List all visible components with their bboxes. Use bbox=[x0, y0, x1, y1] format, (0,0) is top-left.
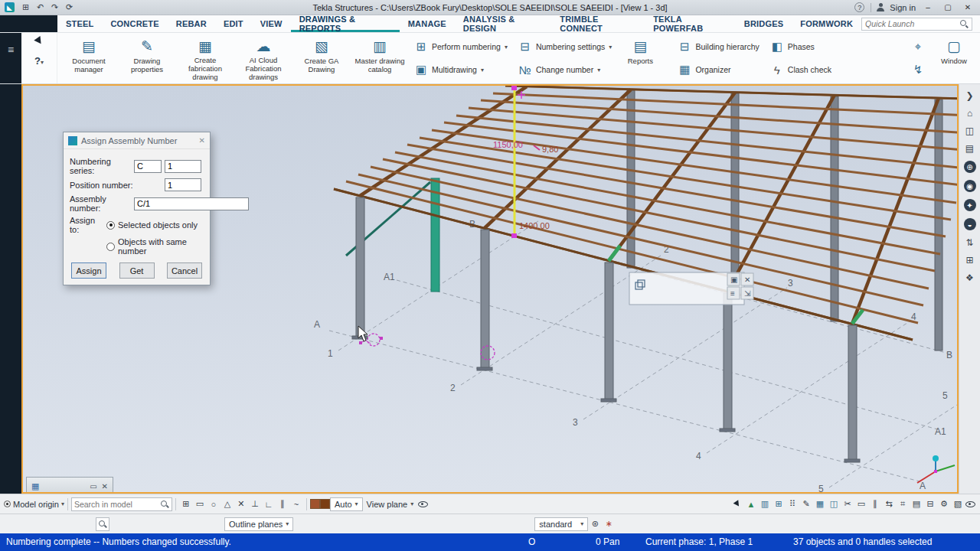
drawing-properties-button[interactable]: ✎ Drawing properties bbox=[119, 34, 175, 82]
dialog-title-bar[interactable]: Assign Assembly Number ✕ bbox=[64, 132, 210, 149]
snap-center-icon[interactable]: ○ bbox=[207, 497, 220, 511]
feedback-icon[interactable]: ◒ bbox=[964, 218, 976, 230]
reports-button[interactable]: ▤ Reports bbox=[618, 34, 662, 82]
snap-free-icon[interactable]: ~ bbox=[289, 497, 303, 511]
numbering-settings-button[interactable]: ⊟ Numbering settings ▾ bbox=[518, 37, 612, 57]
chevron-down-icon[interactable]: ▾ bbox=[481, 67, 484, 73]
pan-indicator[interactable]: 0 Pan bbox=[596, 536, 619, 547]
master-drawing-catalog-button[interactable]: ▥ Master drawing catalog bbox=[351, 34, 408, 82]
organizer-button[interactable]: ▦ Organizer bbox=[678, 60, 759, 80]
tab-rebar[interactable]: REBAR bbox=[168, 15, 215, 32]
tab-steel[interactable]: STEEL bbox=[57, 15, 102, 32]
sign-in-link[interactable]: Sign in bbox=[890, 3, 916, 12]
components-icon[interactable]: ◫ bbox=[965, 126, 974, 136]
select-loads-icon[interactable]: ▧ bbox=[951, 497, 965, 511]
minimize-button[interactable]: – bbox=[920, 2, 936, 13]
warehouse-icon[interactable]: ✦ bbox=[964, 199, 976, 211]
layout-icon[interactable]: ⊞ bbox=[965, 255, 973, 266]
select-components-icon[interactable]: ▥ bbox=[758, 497, 772, 511]
assign-button[interactable]: Assign bbox=[71, 262, 106, 279]
model-origin-dropdown[interactable]: Model origin ▾ bbox=[4, 500, 64, 509]
outline-planes-dropdown[interactable]: Outline planes ▾ bbox=[224, 517, 293, 531]
tekla-online-icon[interactable]: ◉ bbox=[964, 180, 976, 192]
chevron-down-icon[interactable]: ▾ bbox=[61, 500, 64, 507]
snap-perpendicular-icon[interactable]: ⊥ bbox=[248, 497, 262, 511]
context-help-button[interactable]: ?▾ bbox=[34, 54, 44, 67]
settings-profile-select[interactable]: standard ▾ bbox=[534, 517, 588, 531]
maximize-button[interactable]: ▢ bbox=[940, 2, 956, 13]
close-icon[interactable]: ✕ bbox=[199, 136, 205, 145]
quick-launch-input[interactable] bbox=[865, 19, 959, 28]
catalog-icon[interactable]: ▤ bbox=[965, 143, 974, 154]
model-search-input[interactable] bbox=[74, 500, 158, 509]
select-planes-icon[interactable]: ⊟ bbox=[923, 497, 937, 511]
phases-button[interactable]: ◧ Phases bbox=[770, 37, 831, 57]
same-number-radio[interactable] bbox=[106, 243, 115, 251]
position-number-field[interactable] bbox=[165, 178, 201, 191]
menu-icon[interactable]: ≡ bbox=[8, 44, 14, 83]
tab-bridges[interactable]: BRIDGES bbox=[736, 15, 792, 32]
select-reinforcement-icon[interactable]: ⇆ bbox=[882, 497, 896, 511]
snap-mode-select[interactable]: Auto ▾ bbox=[330, 497, 363, 511]
select-all-objects-icon[interactable]: ⠿ bbox=[786, 497, 799, 511]
context-toolbar[interactable]: ▣ ✕ ≡ ⇲ bbox=[629, 272, 753, 305]
create-ga-drawing-button[interactable]: ▧ Create GA Drawing bbox=[293, 34, 350, 82]
view-plane-dropdown[interactable]: View plane ▾ bbox=[363, 500, 418, 509]
create-fabrication-drawing-button[interactable]: ▦ Create fabrication drawing bbox=[177, 34, 234, 82]
select-cursor-icon[interactable] bbox=[34, 36, 44, 46]
snap-parallel-icon[interactable]: ∥ bbox=[276, 497, 289, 511]
tab-trimble-connect[interactable]: TRIMBLE CONNECT bbox=[551, 15, 645, 32]
apps-icon[interactable]: ❖ bbox=[965, 272, 974, 283]
clash-check-button[interactable]: ϟ Clash check bbox=[770, 60, 831, 80]
search-icon[interactable] bbox=[160, 500, 169, 509]
document-manager-button[interactable]: ▤ Document manager bbox=[60, 34, 117, 82]
undo-icon[interactable]: ↶ bbox=[34, 2, 47, 14]
select-assemblies-icon[interactable]: ⊞ bbox=[772, 497, 786, 511]
building-hierarchy-button[interactable]: ⊟ Building hierarchy bbox=[678, 37, 759, 57]
visibility-eye-icon[interactable] bbox=[417, 498, 429, 510]
select-parts-icon[interactable]: ▦ bbox=[813, 497, 827, 511]
tab-formwork[interactable]: FORMWORK bbox=[792, 15, 861, 32]
close-button[interactable]: ✕ bbox=[960, 2, 975, 13]
select-views-icon[interactable]: ▭ bbox=[854, 497, 868, 511]
search-icon[interactable] bbox=[96, 517, 109, 531]
trimble-connect-icon[interactable]: ⊕ bbox=[964, 161, 976, 173]
properties-icon[interactable]: ⌂ bbox=[967, 108, 972, 119]
snap-override-icon[interactable]: ∗ bbox=[602, 517, 616, 531]
chevron-down-icon[interactable]: ▾ bbox=[597, 67, 600, 73]
gear-icon[interactable]: ⊛ bbox=[588, 517, 602, 531]
get-button[interactable]: Get bbox=[119, 262, 155, 279]
window-menu-icon[interactable]: ⊞ bbox=[19, 2, 32, 14]
help-icon[interactable]: ? bbox=[854, 2, 864, 12]
drag-and-drop-icon[interactable]: ✎ bbox=[799, 497, 813, 511]
highlighted-column[interactable] bbox=[431, 178, 439, 292]
selected-objects-radio[interactable] bbox=[106, 221, 115, 230]
visibility-eye-icon[interactable] bbox=[965, 498, 976, 510]
assembly-number-field[interactable] bbox=[134, 197, 249, 210]
chevron-down-icon[interactable]: ▾ bbox=[505, 44, 508, 51]
collapse-panel-icon[interactable]: ❯ bbox=[965, 90, 973, 101]
tab-view[interactable]: VIEW bbox=[252, 15, 291, 32]
snap-depth-icon[interactable] bbox=[310, 499, 320, 509]
tab-tekla-powerfab[interactable]: TEKLA POWERFAB bbox=[645, 15, 736, 32]
change-number-button[interactable]: № Change number ▾ bbox=[518, 60, 612, 80]
perform-numbering-button[interactable]: ⊞ Perform numbering ▾ bbox=[414, 37, 508, 57]
select-grids-icon[interactable]: ∥ bbox=[868, 497, 882, 511]
tab-manage[interactable]: MANAGE bbox=[400, 15, 455, 32]
select-surfaces-icon[interactable]: ◫ bbox=[827, 497, 841, 511]
select-bolts-icon[interactable]: ⌗ bbox=[896, 497, 910, 511]
model-search-box[interactable] bbox=[71, 497, 172, 511]
ortho-indicator[interactable]: O bbox=[528, 536, 535, 547]
tab-concrete[interactable]: CONCRETE bbox=[102, 15, 167, 32]
chevron-down-icon[interactable]: ▾ bbox=[609, 44, 612, 51]
snap-intersection-icon[interactable]: ✕ bbox=[234, 497, 248, 511]
search-icon[interactable] bbox=[959, 19, 969, 28]
select-welds-icon[interactable]: ▤ bbox=[910, 497, 923, 511]
series-prefix-field[interactable] bbox=[134, 160, 162, 173]
tab-edit[interactable]: EDIT bbox=[215, 15, 252, 32]
select-arrow-icon[interactable] bbox=[730, 497, 744, 511]
walk-mode-button[interactable]: ↯ bbox=[911, 60, 925, 80]
snap-end-icon[interactable]: ∟ bbox=[262, 497, 276, 511]
snap-plane-icon[interactable] bbox=[320, 499, 330, 509]
minimized-view-bar[interactable]: ▦ ▭ ✕ bbox=[26, 477, 113, 494]
